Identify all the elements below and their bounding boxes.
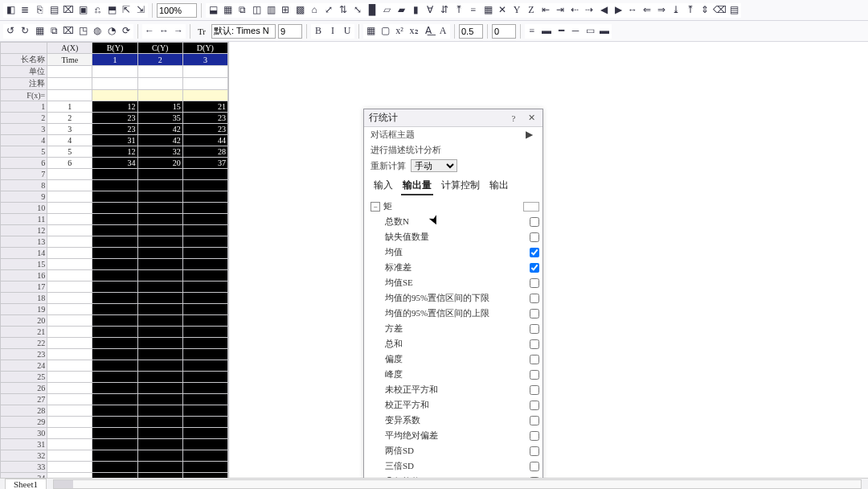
- empty-cell[interactable]: [47, 191, 92, 203]
- empty-cell[interactable]: [47, 428, 92, 439]
- data-cell[interactable]: 28: [182, 146, 227, 158]
- data-cell[interactable]: 34: [92, 158, 137, 169]
- zoom-input[interactable]: [157, 3, 197, 18]
- empty-cell[interactable]: [137, 203, 182, 214]
- empty-cell[interactable]: [47, 405, 92, 417]
- empty-cell[interactable]: [182, 248, 227, 259]
- stat-option-checkbox[interactable]: [530, 416, 539, 425]
- meta-row-label[interactable]: F(x)=: [1, 90, 47, 101]
- empty-cell[interactable]: [137, 169, 182, 180]
- empty-cell[interactable]: [47, 304, 92, 315]
- style-1[interactable]: I: [326, 24, 340, 39]
- col-header-A(X)[interactable]: A(X): [47, 43, 92, 54]
- cell[interactable]: [182, 90, 227, 101]
- empty-cell[interactable]: [137, 270, 182, 281]
- empty-cell[interactable]: [92, 394, 137, 405]
- empty-cell[interactable]: [92, 428, 137, 439]
- empty-cell[interactable]: [137, 405, 182, 417]
- row-header[interactable]: 23: [1, 349, 47, 360]
- cell[interactable]: [92, 90, 137, 101]
- tool-36[interactable]: ▤: [727, 3, 741, 18]
- empty-cell[interactable]: [137, 372, 182, 383]
- stat-option-checkbox[interactable]: [530, 278, 539, 288]
- para-5[interactable]: A: [436, 24, 450, 39]
- empty-cell[interactable]: [182, 405, 227, 417]
- worksheet[interactable]: A(X)B(Y)C(Y)D(Y)长名称Time123单位注释F(x)=11121…: [0, 42, 229, 478]
- empty-cell[interactable]: [182, 394, 227, 405]
- cell[interactable]: [92, 78, 137, 90]
- empty-cell[interactable]: [182, 214, 227, 225]
- style-2[interactable]: U: [340, 24, 354, 39]
- data-cell[interactable]: 4: [47, 135, 92, 146]
- empty-cell[interactable]: [47, 203, 92, 214]
- empty-cell[interactable]: [137, 338, 182, 349]
- tool-20[interactable]: ✕: [495, 3, 510, 18]
- para2-4[interactable]: ▭: [583, 24, 597, 39]
- close-button[interactable]: ✕: [525, 112, 538, 125]
- row-header[interactable]: 1: [1, 101, 47, 113]
- cell[interactable]: [47, 78, 92, 90]
- tool-30[interactable]: ⇐: [640, 3, 654, 18]
- data-cell[interactable]: 23: [92, 124, 137, 135]
- stat-option-checkbox[interactable]: [530, 263, 539, 273]
- sheet-tab[interactable]: Sheet1: [5, 479, 47, 489]
- empty-cell[interactable]: [47, 180, 92, 191]
- row-header[interactable]: 10: [1, 203, 47, 214]
- tool-25[interactable]: ⇠: [567, 3, 582, 18]
- empty-cell[interactable]: [92, 259, 137, 270]
- empty-cell[interactable]: [47, 248, 92, 259]
- fmt-4[interactable]: ⌧: [61, 24, 76, 39]
- cell[interactable]: [47, 90, 92, 101]
- stat-option-checkbox[interactable]: [530, 370, 539, 380]
- row-header[interactable]: 4: [1, 135, 47, 146]
- tool-32[interactable]: ⤓: [669, 3, 683, 18]
- cell[interactable]: [137, 78, 182, 90]
- stat-option-checkbox[interactable]: [530, 401, 539, 410]
- para2-0[interactable]: ≡: [525, 24, 539, 39]
- empty-cell[interactable]: [182, 236, 227, 248]
- tool-33[interactable]: ⤒: [683, 3, 698, 18]
- fmt-8[interactable]: ⟳: [119, 24, 133, 39]
- tool-2[interactable]: ⎘: [32, 3, 47, 18]
- cell[interactable]: 3: [182, 54, 227, 66]
- row-header[interactable]: 22: [1, 338, 47, 349]
- stat-option-checkbox[interactable]: [530, 232, 539, 242]
- para-3[interactable]: x₂: [407, 24, 421, 39]
- empty-cell[interactable]: [47, 169, 92, 180]
- data-cell[interactable]: 12: [92, 146, 137, 158]
- empty-cell[interactable]: [182, 327, 227, 338]
- para-4[interactable]: A͟: [421, 24, 436, 39]
- tool-23[interactable]: ⇤: [538, 3, 553, 18]
- empty-cell[interactable]: [137, 191, 182, 203]
- row-header[interactable]: 5: [1, 146, 47, 158]
- empty-cell[interactable]: [47, 394, 92, 405]
- recalc-select[interactable]: 手动: [411, 159, 457, 172]
- data-cell[interactable]: 3: [47, 124, 92, 135]
- row-header[interactable]: 12: [1, 225, 47, 236]
- empty-cell[interactable]: [47, 338, 92, 349]
- empty-cell[interactable]: [47, 372, 92, 383]
- help-button[interactable]: ?: [507, 112, 520, 125]
- row-header[interactable]: 17: [1, 281, 47, 293]
- para-0[interactable]: ▦: [363, 24, 378, 39]
- dialog-tab-2[interactable]: 计算控制: [440, 177, 481, 195]
- meta-row-label[interactable]: 单位: [1, 66, 47, 78]
- tool-11[interactable]: █: [365, 3, 379, 18]
- data-cell[interactable]: 44: [182, 135, 227, 146]
- data-cell[interactable]: 12: [92, 101, 137, 113]
- tool-31[interactable]: ⇒: [654, 3, 669, 18]
- tool-14[interactable]: ▮: [408, 3, 423, 18]
- empty-cell[interactable]: [137, 394, 182, 405]
- data-cell[interactable]: 32: [137, 146, 182, 158]
- tool-1[interactable]: ▦: [220, 3, 235, 18]
- row-header[interactable]: 27: [1, 394, 47, 405]
- nav-1[interactable]: ↔: [157, 24, 171, 39]
- fmt-0[interactable]: ↺: [3, 24, 18, 39]
- empty-cell[interactable]: [182, 304, 227, 315]
- tool-6[interactable]: ▩: [293, 3, 307, 18]
- row-header[interactable]: 8: [1, 180, 47, 191]
- empty-cell[interactable]: [92, 383, 137, 394]
- empty-cell[interactable]: [92, 439, 137, 450]
- data-cell[interactable]: 23: [92, 113, 137, 124]
- empty-cell[interactable]: [92, 405, 137, 417]
